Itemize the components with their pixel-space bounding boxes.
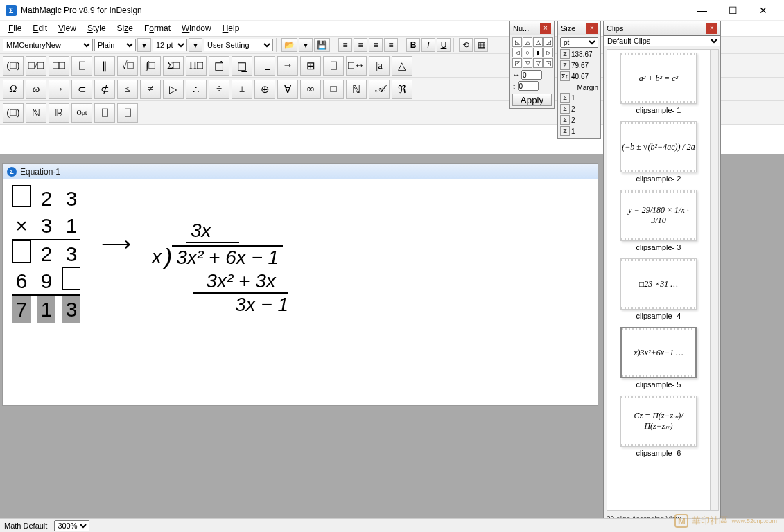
nudge-btn[interactable]: △ <box>523 37 532 47</box>
hat-template[interactable]: □̂ <box>209 56 229 76</box>
v-offset-input[interactable] <box>518 81 539 91</box>
fence-template[interactable]: (□) <box>3 56 24 76</box>
unit-select[interactable]: pt <box>560 37 598 48</box>
clips-scrollbar[interactable] <box>711 49 719 511</box>
size-select[interactable]: 12 pt <box>153 39 187 51</box>
nudge-btn[interactable]: ▽ <box>523 58 532 68</box>
menu-style[interactable]: Style <box>82 22 112 35</box>
clips-close-icon[interactable]: × <box>706 23 717 34</box>
triangle-right[interactable]: ▷ <box>163 80 184 99</box>
h-offset-input[interactable] <box>521 70 542 80</box>
size-panel[interactable]: Size× pt Σ138.67 Σ79.67 Σ↕40.67 Margin Σ… <box>557 21 601 139</box>
nudge-btn[interactable]: ◿ <box>543 37 553 47</box>
menu-help[interactable]: Help <box>217 22 245 35</box>
nudge-btn[interactable]: ◸ <box>512 58 522 68</box>
menu-view[interactable]: View <box>53 22 82 35</box>
apply-button[interactable]: Apply <box>512 94 552 106</box>
nudge-btn[interactable]: ○ <box>523 48 532 57</box>
align-dec-icon[interactable]: ≡ <box>384 38 398 52</box>
clips-preset-select[interactable]: Default Clips <box>604 35 720 46</box>
not-subset[interactable]: ⊄ <box>94 80 115 99</box>
nat-symbol[interactable]: ℕ <box>26 103 46 123</box>
nudge-btn[interactable]: ◹ <box>543 58 553 68</box>
real-symbol[interactable]: ℝ <box>49 103 69 123</box>
forall[interactable]: ∀ <box>277 80 298 99</box>
minimize-button[interactable]: — <box>687 0 717 21</box>
script-a[interactable]: 𝒜 <box>369 80 390 99</box>
align-left-icon[interactable]: ≡ <box>338 38 352 52</box>
menu-file[interactable]: File <box>3 22 27 35</box>
arrow-template[interactable]: → <box>277 56 298 76</box>
underbar-template[interactable]: □̲ <box>232 56 252 76</box>
menu-edit[interactable]: Edit <box>27 22 53 35</box>
grid-icon[interactable]: ▦ <box>474 38 488 52</box>
parallel-template[interactable]: ∥ <box>94 56 115 76</box>
nudge-btn[interactable]: ◗ <box>533 48 543 57</box>
clip-item[interactable]: a² + b² = c²clipsample- 1 <box>610 53 707 114</box>
product-template[interactable]: Π□ <box>186 56 207 76</box>
equation-body[interactable]: 23 ×31 23 69 713 ⟶ 3x x) 3x² + 6x − 1 3x… <box>3 179 598 328</box>
clip-item[interactable]: x)3x²+6x−1 …clipsample- 5 <box>610 327 707 389</box>
triangle-template[interactable]: △ <box>392 56 412 76</box>
square[interactable]: □ <box>323 80 344 99</box>
align-right-icon[interactable]: ≡ <box>369 38 383 52</box>
user-slot-1[interactable]: ⎕ <box>94 103 115 123</box>
naturals[interactable]: ℕ <box>346 80 367 99</box>
equation-window-title[interactable]: Σ Equation-1 <box>3 164 598 179</box>
fraction-template[interactable]: □/□ <box>26 56 46 76</box>
omega-upper[interactable]: Ω <box>3 80 24 99</box>
infinity[interactable]: ∞ <box>300 80 321 99</box>
integral-template[interactable]: ∫□ <box>140 56 161 76</box>
clips-panel[interactable]: Clips× Default Clips a² + b² = c²clipsam… <box>603 21 721 525</box>
equation-window[interactable]: Σ Equation-1 23 ×31 23 69 713 ⟶ 3x x) 3x… <box>2 163 598 406</box>
italic-button[interactable]: I <box>421 38 435 52</box>
zoom-select[interactable]: 300% <box>54 520 89 531</box>
sum-template[interactable]: Σ□ <box>163 56 184 76</box>
bold-button[interactable]: B <box>406 38 420 52</box>
dropdown-icon[interactable]: ▾ <box>299 38 313 52</box>
clip-item[interactable]: y = 29/180 × 1/x · 3/10clipsample- 3 <box>610 190 707 251</box>
menu-size[interactable]: Size <box>112 22 139 35</box>
frame-template[interactable]: ⎕ <box>323 56 344 76</box>
floor-template[interactable]: ⎿ <box>254 56 275 76</box>
box-template[interactable]: ⎕ <box>71 56 92 76</box>
arrow-right[interactable]: → <box>49 80 69 99</box>
neq[interactable]: ≠ <box>140 80 161 99</box>
nudge-btn[interactable]: ▽ <box>533 58 543 68</box>
therefore[interactable]: ∴ <box>186 80 207 99</box>
size-up-button[interactable]: ▾ <box>189 38 202 52</box>
user-slot-2[interactable]: ⎕ <box>117 103 138 123</box>
size-close-icon[interactable]: × <box>586 23 598 34</box>
setting-select[interactable]: User Setting <box>204 39 273 51</box>
clips-list[interactable]: a² + b² = c²clipsample- 1(−b ± √(b²−4ac)… <box>607 49 711 511</box>
nudge-btn[interactable]: △ <box>533 37 543 47</box>
size-down-button[interactable]: ▾ <box>137 38 151 52</box>
real-part[interactable]: ℜ <box>392 80 412 99</box>
clip-item[interactable]: □23 ×31 …clipsample- 4 <box>610 258 707 320</box>
save-icon[interactable]: 💾 <box>314 38 330 52</box>
nudge-btn[interactable]: ▷ <box>543 48 553 57</box>
nudge-close-icon[interactable]: × <box>540 23 551 34</box>
plusminus[interactable]: ± <box>232 80 252 99</box>
divide[interactable]: ÷ <box>209 80 229 99</box>
nudge-btn[interactable]: ◁ <box>512 48 522 57</box>
clip-item[interactable]: Cz = Π(z−zₘ)/Π(z−zₘ)clipsample- 6 <box>610 396 707 457</box>
nudge-panel[interactable]: Nu...× ◺△△◿ ◁○◗▷ ◸▽▽◹ ↔ ↕ Apply <box>509 21 555 109</box>
maximize-button[interactable]: ☐ <box>717 0 748 21</box>
opt-button[interactable]: Opt <box>71 103 92 123</box>
close-button[interactable]: ✕ <box>748 0 778 21</box>
sync-icon[interactable]: ⟲ <box>459 38 473 52</box>
script-template[interactable]: □□ <box>49 56 69 76</box>
align-center-icon[interactable]: ≡ <box>354 38 367 52</box>
abs-template[interactable]: |a <box>369 56 390 76</box>
underline-button[interactable]: U <box>437 38 451 52</box>
open-icon[interactable]: 📂 <box>281 38 297 52</box>
stretch-template[interactable]: □↔ <box>346 56 367 76</box>
paren-box[interactable]: (□) <box>3 103 24 123</box>
subset[interactable]: ⊂ <box>71 80 92 99</box>
leq[interactable]: ≤ <box>117 80 138 99</box>
omega-lower[interactable]: ω <box>26 80 46 99</box>
menu-window[interactable]: Window <box>176 22 217 35</box>
oplus[interactable]: ⊕ <box>254 80 275 99</box>
nudge-btn[interactable]: ◺ <box>512 37 522 47</box>
